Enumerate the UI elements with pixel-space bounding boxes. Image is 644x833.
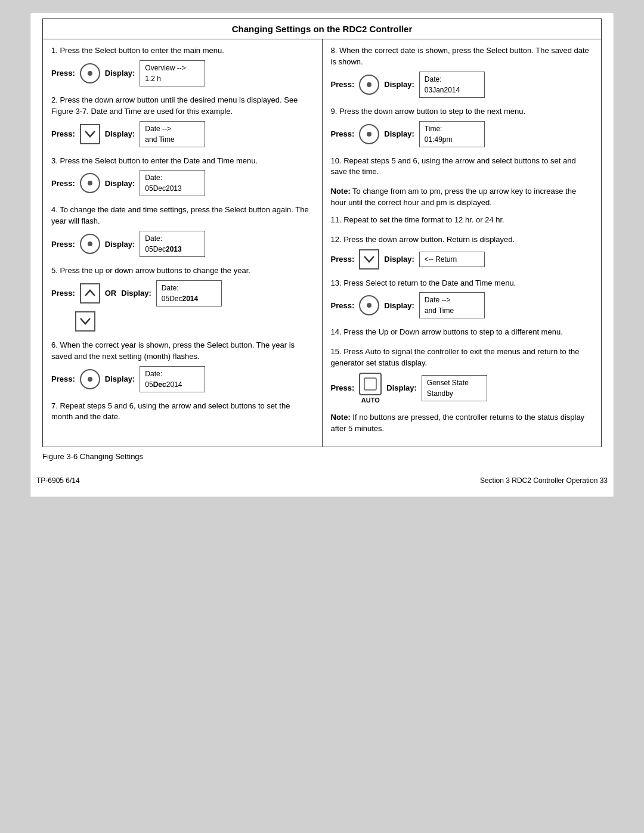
down-arrow-button-5[interactable] xyxy=(75,311,95,332)
table-title: Changing Settings on the RDC2 Controller xyxy=(43,19,602,39)
step-4-display-label: Display: xyxy=(105,240,135,249)
note-2-content: If no buttons are pressed, the controlle… xyxy=(331,413,585,433)
select-button-8[interactable] xyxy=(359,75,379,95)
step-3-press-label: Press: xyxy=(51,179,75,188)
step-6: 6. When the correct year is shown, press… xyxy=(51,340,314,392)
step-9: 9. Press the down arrow button to step t… xyxy=(331,106,593,147)
step-8-display: Date: 03Jan2014 xyxy=(419,72,485,98)
step-12: 12. Press the down arrow button. Return … xyxy=(331,234,593,270)
step-5-bold: 2014 xyxy=(182,295,199,303)
step-13-display: Date --> and Time xyxy=(419,292,485,318)
step-3-display-label: Display: xyxy=(105,179,135,188)
step-13: 13. Press Select to return to the Date a… xyxy=(331,278,593,319)
step-10-text: 10. Repeat steps 5 and 6, using the arro… xyxy=(331,156,593,178)
step-13-press-label: Press: xyxy=(331,301,355,310)
down-arrow-button-2[interactable] xyxy=(80,124,100,144)
step-6-end: 2014 xyxy=(166,380,182,389)
step-10: 10. Repeat steps 5 and 6, using the arro… xyxy=(331,156,593,178)
step-12-display-line1: <-- Return xyxy=(425,254,479,265)
step-14: 14. Press the Up or Down arrow buttons t… xyxy=(331,327,593,338)
step-4-normal: 05Dec xyxy=(145,245,166,253)
step-4-text: 4. To change the date and time settings,… xyxy=(51,205,314,227)
step-9-press-row: Press: Display: Time: 01:49pm xyxy=(331,121,593,147)
select-dot-6 xyxy=(88,377,92,382)
step-4-press-row: Press: Display: Date: 05Dec2013 xyxy=(51,231,314,257)
step-2-display-line1: Date --> xyxy=(145,123,200,134)
auto-button-15[interactable] xyxy=(359,373,382,395)
footer-left: TP-6905 6/14 xyxy=(36,476,80,485)
footer-right: Section 3 RDC2 Controller Operation 33 xyxy=(480,476,608,485)
step-6-press-label: Press: xyxy=(51,374,75,383)
left-column: 1. Press the Select button to enter the … xyxy=(43,39,323,447)
step-15-press-label: Press: xyxy=(331,383,355,392)
step-15-text: 15. Press Auto to signal the controller … xyxy=(331,346,593,369)
step-15-display-line1: Genset State xyxy=(427,377,482,388)
step-9-display-line2: 01:49pm xyxy=(425,134,479,145)
step-2-press-row: Press: Display: Date --> and Time xyxy=(51,121,314,147)
step-12-display: <-- Return xyxy=(419,252,485,267)
up-down-buttons-5 xyxy=(80,283,100,304)
step-15-display-line2: Standby xyxy=(427,388,482,399)
step-11: 11. Repeat to set the time format to 12 … xyxy=(331,215,593,226)
step-2-display-label: Display: xyxy=(105,129,135,138)
step-2-press-label: Press: xyxy=(51,129,75,138)
figure-caption: Figure 3-6 Changing Settings xyxy=(42,448,143,461)
right-column: 8. When the correct date is shown, press… xyxy=(322,39,602,447)
step-5-press-row: Press: OR Display: xyxy=(51,280,314,306)
select-button-4[interactable] xyxy=(80,234,100,254)
chevron-down-icon-5 xyxy=(79,317,91,326)
step-5-display: Date: 05Dec2014 xyxy=(156,280,222,306)
step-13-display-line1: Date --> xyxy=(425,295,479,305)
step-8-text: 8. When the correct date is shown, press… xyxy=(331,45,593,68)
step-7-text: 7. Repeat steps 5 and 6, using the arrow… xyxy=(51,401,314,423)
step-6-display: Date: 05Dec2014 xyxy=(140,366,205,392)
auto-button-icon xyxy=(363,377,377,391)
step-12-press-row: Press: Display: <-- Return xyxy=(331,249,593,270)
step-1-display-line1: Overview --> xyxy=(145,63,200,73)
step-2-display-line2: and Time xyxy=(145,134,200,145)
step-3: 3. Press the Select button to enter the … xyxy=(51,156,314,197)
select-button-13[interactable] xyxy=(359,295,379,315)
select-button-1[interactable] xyxy=(80,63,100,83)
step-6-bold: Dec xyxy=(153,380,166,389)
step-6-press-row: Press: Display: Date: 05Dec2014 xyxy=(51,366,314,392)
step-1-press-row: Press: Display: Overview --> 1.2 h xyxy=(51,60,314,86)
select-dot-9 xyxy=(367,132,371,137)
step-1-display-line2: 1.2 h xyxy=(145,73,200,84)
step-7: 7. Repeat steps 5 and 6, using the arrow… xyxy=(51,401,314,423)
chevron-down-icon-12 xyxy=(363,255,375,264)
step-13-press-row: Press: Display: Date --> and Time xyxy=(331,292,593,318)
step-15: 15. Press Auto to signal the controller … xyxy=(331,346,593,404)
step-1-display-label: Display: xyxy=(105,69,135,78)
step-5: 5. Press the up or down arrow buttons to… xyxy=(51,265,314,332)
select-button-9[interactable] xyxy=(359,124,379,144)
step-14-text: 14. Press the Up or Down arrow buttons t… xyxy=(331,327,593,338)
main-content-table: Changing Settings on the RDC2 Controller… xyxy=(42,18,602,447)
step-6-display-line1: Date: xyxy=(145,368,200,379)
page: Changing Settings on the RDC2 Controller… xyxy=(30,12,614,497)
step-9-display-line1: Time: xyxy=(425,123,479,134)
note-1-text: Note: To change from am to pm, press the… xyxy=(331,186,593,209)
step-2-text: 2. Press the down arrow button until the… xyxy=(51,95,314,117)
up-arrow-button-5[interactable] xyxy=(80,283,100,304)
step-15-display-label: Display: xyxy=(386,383,417,392)
step-15-display: Genset State Standby xyxy=(422,375,487,401)
step-8-display-label: Display: xyxy=(384,80,414,89)
footer: TP-6905 6/14 Section 3 RDC2 Controller O… xyxy=(30,473,614,485)
step-3-text: 3. Press the Select button to enter the … xyxy=(51,156,314,167)
select-button-6[interactable] xyxy=(80,369,100,389)
step-5-text: 5. Press the up or down arrow buttons to… xyxy=(51,265,314,277)
down-arrow-button-12[interactable] xyxy=(359,249,379,270)
step-9-press-label: Press: xyxy=(331,129,355,138)
step-5-or-label: OR xyxy=(105,289,117,298)
step-12-text: 12. Press the down arrow button. Return … xyxy=(331,234,593,246)
step-12-press-label: Press: xyxy=(331,255,355,264)
step-9-display-label: Display: xyxy=(384,129,414,138)
note-1-content: To change from am to pm, press the up ar… xyxy=(331,187,577,207)
step-5-display-label: Display: xyxy=(121,289,151,298)
select-button-3[interactable] xyxy=(80,173,100,193)
step-9-text: 9. Press the down arrow button to step t… xyxy=(331,106,593,117)
chevron-up-icon-5 xyxy=(84,289,96,298)
step-1-press-label: Press: xyxy=(51,69,75,78)
step-3-display-line1: Date: xyxy=(145,172,200,183)
